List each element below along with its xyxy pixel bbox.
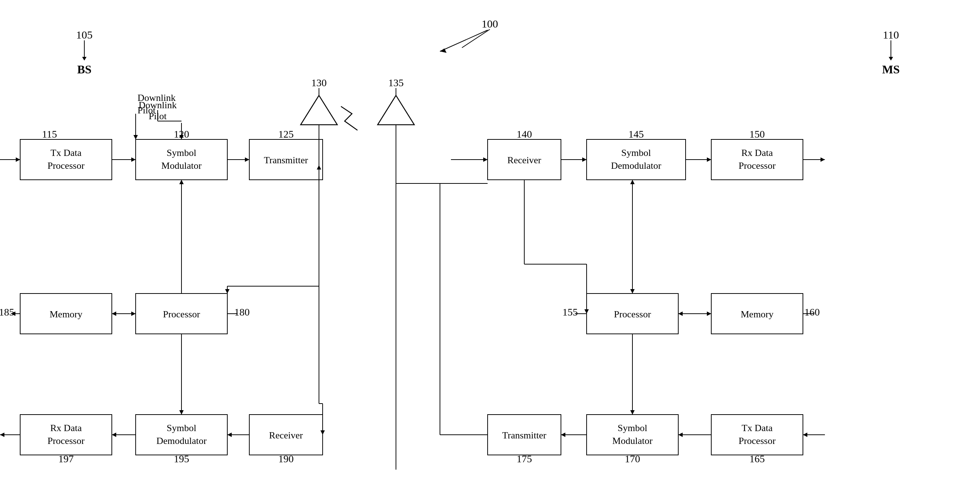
arrow-downlink-to-block (134, 135, 138, 139)
bs-label: BS (77, 63, 91, 76)
tx-data-processor-bs-block (20, 139, 112, 180)
ref-105-arrow (82, 57, 86, 61)
arrow-symdemod-to-proc-ms (630, 289, 635, 294)
rx-data-processor-ms-block (711, 139, 803, 180)
symbol-modulator-ms-line2: Modulator (612, 436, 652, 446)
memory-bs-label: Memory (49, 309, 83, 319)
receiver-ms-label: Receiver (508, 155, 541, 166)
processor-bs-label: Processor (163, 309, 200, 319)
symbol-modulator-bs-line1: Symbol (167, 147, 197, 158)
arrow-rx-to-proc-ms (584, 309, 589, 314)
ref-185-label: 185 (0, 306, 14, 318)
rx-data-processor-bs-line1: Rx Data (50, 423, 82, 433)
symbol-demodulator-ms-line2: Demodulator (611, 160, 662, 171)
transmitter-ms-label: Transmitter (502, 430, 547, 441)
ms-antenna-rx (378, 95, 414, 125)
symbol-modulator-bs-block (136, 139, 228, 180)
ref-125-label: 125 (278, 128, 294, 140)
downlink-pilot-label: DownlinkPilot (137, 92, 176, 117)
ref-135-label: 135 (388, 77, 404, 88)
ref-130-label: 130 (311, 77, 327, 88)
ref-155-label: 155 (562, 306, 578, 318)
arrow-ant-to-rx-bs (320, 430, 325, 435)
symbol-modulator-bs-line2: Modulator (161, 160, 202, 171)
ref-170-label: 170 (625, 453, 640, 465)
rx-data-processor-bs-line2: Processor (47, 436, 84, 446)
tx-data-processor-bs-line2: Processor (47, 160, 84, 171)
tx-data-processor-bs-line1: Tx Data (51, 147, 82, 158)
ref-165-label: 165 (749, 453, 765, 465)
lightning-bolt (341, 106, 358, 130)
tx-data-processor-ms-line1: Tx Data (742, 423, 773, 433)
tx-data-processor-ms-block (711, 415, 803, 455)
tx-data-processor-ms-line2: Processor (738, 436, 775, 446)
rx-data-processor-ms-line1: Rx Data (741, 147, 773, 158)
symbol-demodulator-bs-line1: Symbol (167, 423, 197, 433)
transmitter-bs-label: Transmitter (264, 155, 308, 166)
arrow-txdata-to-symmod-ms (678, 433, 682, 437)
ref-190-label: 190 (278, 453, 294, 465)
ref-195-label: 195 (174, 453, 189, 465)
arrow-rx-to-symdemod-ms (582, 157, 587, 162)
symbol-modulator-ms-line1: Symbol (618, 423, 648, 433)
receiver-bs-label: Receiver (269, 430, 303, 441)
ref-105-label: 105 (76, 29, 93, 41)
ref-140-label: 140 (517, 128, 532, 140)
ref-150-label: 150 (749, 128, 765, 140)
ref-115-label: 115 (42, 128, 57, 140)
arrow-symdemod-to-rxdata-ms (707, 157, 711, 162)
symbol-demodulator-ms-line1: Symbol (621, 147, 651, 158)
symbol-demodulator-bs-line2: Demodulator (156, 436, 207, 446)
ref-110-label: 110 (883, 29, 899, 41)
arrow-proc-to-sym-mod-bs (179, 180, 184, 184)
arrow-antenna-to-proc-bs (225, 289, 229, 294)
rx-data-processor-ms-line2: Processor (738, 160, 775, 171)
ref-197-label: 197 (58, 453, 74, 465)
arrow-sym-to-tx-bs (245, 157, 249, 162)
arrow-symdemod-to-rxdata-bs (112, 433, 116, 437)
symbol-demodulator-bs-block (136, 415, 228, 455)
arrow-in-txdata-ms (803, 433, 807, 437)
arrow-rx-to-symdemod-bs (228, 433, 232, 437)
arrow-ant-to-rx-ms (483, 157, 488, 162)
arrow-proc-to-symdemod-ms (630, 180, 635, 184)
arrow-proc-mem-ms-left (678, 311, 682, 316)
arrow-mem-proc-bs-right (131, 311, 136, 316)
arrow-tx-to-sym-bs (131, 157, 136, 162)
svg-line-0 (462, 29, 490, 48)
arrow-in-tx-bs (16, 157, 20, 162)
rx-data-processor-bs-block (20, 415, 112, 455)
arrow-mem-proc-bs-left (112, 311, 116, 316)
ref-175-label: 175 (517, 453, 532, 465)
ref-160-label: 160 (804, 306, 820, 318)
arrow-proc-mem-ms-right (707, 311, 711, 316)
ref-180-label: 180 (234, 306, 250, 318)
ref-100-label: 100 (482, 18, 498, 30)
arrow-out-rxdata-ms (821, 157, 825, 162)
bs-antenna (301, 95, 337, 125)
svg-line-52 (440, 30, 488, 51)
diagram: 100 105 BS 110 MS 130 135 Tx Data Proces… (0, 0, 980, 492)
ref-145-label: 145 (628, 128, 644, 140)
symbol-modulator-ms-block (587, 415, 678, 455)
diagram-svg: 100 105 BS 110 MS 130 135 Tx Data Proces… (0, 0, 980, 492)
arrow-out-rx-bs (0, 433, 5, 437)
ref-110-arrow (889, 57, 893, 61)
arrow-proc-to-symmod-ms (630, 410, 635, 415)
arrow-symmod-to-tx-ms (561, 433, 565, 437)
symbol-demodulator-ms-block (587, 139, 686, 180)
processor-ms-label: Processor (614, 309, 651, 319)
memory-ms-label: Memory (741, 309, 773, 319)
arrow-proc-to-sym-demod-bs (179, 410, 184, 415)
ms-label: MS (882, 63, 900, 76)
